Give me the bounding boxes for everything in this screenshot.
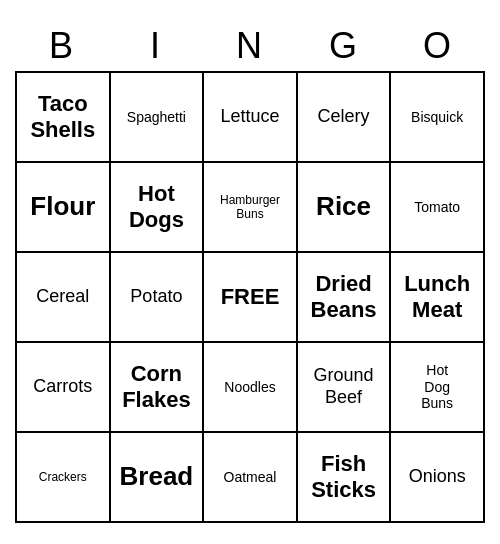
cell-text-4-4: Onions [409,466,466,488]
bingo-cell-0-0: TacoShells [17,73,111,163]
cell-text-2-4: LunchMeat [404,271,470,324]
bingo-row-3: CarrotsCornFlakesNoodlesGroundBeefHotDog… [17,343,485,433]
bingo-cell-4-3: FishSticks [298,433,392,523]
cell-text-1-0: Flour [30,191,95,222]
cell-text-3-4: HotDogBuns [421,362,453,412]
bingo-cell-4-4: Onions [391,433,485,523]
bingo-cell-1-4: Tomato [391,163,485,253]
cell-text-4-3: FishSticks [311,451,376,504]
cell-text-2-1: Potato [130,286,182,308]
cell-text-3-2: Noodles [224,379,275,396]
bingo-cell-2-1: Potato [111,253,205,343]
bingo-cell-1-2: HamburgerBuns [204,163,298,253]
cell-text-4-0: Crackers [39,470,87,484]
bingo-row-0: TacoShellsSpaghettiLettuceCeleryBisquick [17,73,485,163]
cell-text-3-0: Carrots [33,376,92,398]
bingo-cell-3-4: HotDogBuns [391,343,485,433]
header-letter-B: B [15,21,109,71]
bingo-cell-4-2: Oatmeal [204,433,298,523]
bingo-cell-3-1: CornFlakes [111,343,205,433]
cell-text-1-4: Tomato [414,199,460,216]
bingo-cell-1-0: Flour [17,163,111,253]
cell-text-1-2: HamburgerBuns [220,193,280,222]
bingo-cell-2-4: LunchMeat [391,253,485,343]
bingo-cell-2-2: FREE [204,253,298,343]
bingo-cell-1-3: Rice [298,163,392,253]
cell-text-0-1: Spaghetti [127,109,186,126]
bingo-row-4: CrackersBreadOatmealFishSticksOnions [17,433,485,523]
bingo-cell-3-2: Noodles [204,343,298,433]
cell-text-2-0: Cereal [36,286,89,308]
bingo-grid: TacoShellsSpaghettiLettuceCeleryBisquick… [15,71,485,523]
header-letter-N: N [203,21,297,71]
bingo-cell-0-1: Spaghetti [111,73,205,163]
cell-text-1-3: Rice [316,191,371,222]
bingo-cell-2-0: Cereal [17,253,111,343]
cell-text-1-1: HotDogs [129,181,184,234]
bingo-cell-2-3: DriedBeans [298,253,392,343]
cell-text-2-2: FREE [221,284,280,310]
bingo-cell-0-4: Bisquick [391,73,485,163]
bingo-cell-1-1: HotDogs [111,163,205,253]
bingo-cell-3-3: GroundBeef [298,343,392,433]
header-letter-G: G [297,21,391,71]
cell-text-3-3: GroundBeef [314,365,374,408]
bingo-cell-4-0: Crackers [17,433,111,523]
cell-text-0-2: Lettuce [220,106,279,128]
cell-text-0-0: TacoShells [30,91,95,144]
bingo-cell-0-2: Lettuce [204,73,298,163]
header-letter-I: I [109,21,203,71]
bingo-cell-3-0: Carrots [17,343,111,433]
bingo-header: BINGO [15,21,485,71]
cell-text-4-1: Bread [120,461,194,492]
cell-text-4-2: Oatmeal [224,469,277,486]
cell-text-0-4: Bisquick [411,109,463,126]
bingo-card: BINGO TacoShellsSpaghettiLettuceCeleryBi… [15,21,485,523]
bingo-row-1: FlourHotDogsHamburgerBunsRiceTomato [17,163,485,253]
cell-text-2-3: DriedBeans [311,271,377,324]
bingo-row-2: CerealPotatoFREEDriedBeansLunchMeat [17,253,485,343]
cell-text-0-3: Celery [318,106,370,128]
bingo-cell-0-3: Celery [298,73,392,163]
header-letter-O: O [391,21,485,71]
cell-text-3-1: CornFlakes [122,361,191,414]
bingo-cell-4-1: Bread [111,433,205,523]
